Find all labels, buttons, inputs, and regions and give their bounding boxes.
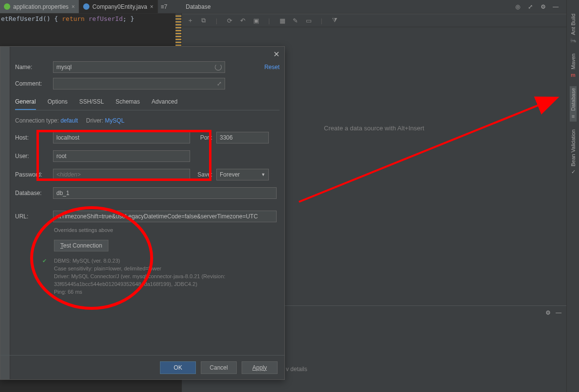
- password-input[interactable]: [53, 169, 190, 180]
- comment-label: Comment:: [15, 80, 49, 87]
- apply-button[interactable]: Apply: [242, 361, 278, 374]
- user-label: User:: [15, 153, 49, 160]
- code-text: etRefUserId(): [1, 15, 51, 22]
- sep: |: [265, 17, 273, 24]
- tab-options[interactable]: Options: [48, 98, 68, 110]
- status-line: 33f65445a1bcc544eb0120493526484da168f199…: [54, 281, 280, 288]
- edit-icon[interactable]: ✎: [292, 17, 299, 24]
- class-icon: [83, 3, 89, 10]
- name-label: Name:: [15, 64, 49, 71]
- url-input[interactable]: [53, 211, 277, 222]
- table-icon[interactable]: ▦: [279, 17, 286, 24]
- test-connection-label: est Connection: [63, 242, 102, 249]
- tab-company-entity[interactable]: Company0Entity.java ×: [79, 0, 158, 13]
- code-text: ;: [123, 15, 126, 22]
- tab-tool-menu[interactable]: ≡7: [158, 3, 171, 10]
- status-line: Driver: MySQL Connector/J (ver. mysql-co…: [54, 273, 280, 281]
- gear-icon[interactable]: ⚙: [539, 3, 547, 10]
- add-icon[interactable]: ＋: [187, 16, 194, 25]
- status-line: Ping: 66 ms: [54, 288, 280, 296]
- datasource-dialog: ✕ Name: mysql Reset Comment: ⤢ General O…: [0, 46, 285, 380]
- collapse-icon[interactable]: ⤢: [526, 3, 534, 10]
- password-label: Password:: [15, 171, 49, 178]
- code-text: {: [54, 15, 58, 22]
- success-icon: ✔: [42, 257, 47, 265]
- database-icon: ≡: [570, 113, 577, 120]
- connection-status: ✔ DBMS: MySQL (ver. 8.0.23) Case sensiti…: [54, 257, 280, 296]
- rail-label: Database: [570, 88, 576, 111]
- status-line: DBMS: MySQL (ver. 8.0.23): [54, 257, 280, 265]
- code-keyword: return: [62, 15, 85, 22]
- rail-ant-build[interactable]: 🐜 Ant Build: [570, 12, 577, 46]
- target-icon[interactable]: ◎: [514, 3, 522, 10]
- console-icon[interactable]: ▭: [305, 17, 312, 24]
- sep: |: [318, 17, 325, 24]
- rail-label: Maven: [570, 53, 576, 70]
- refresh-icon[interactable]: ⟳: [226, 17, 233, 24]
- name-input[interactable]: mysql: [53, 61, 225, 73]
- database-toolbar: ＋ ⧉ | ⟳ ↶ ▣ | ▦ ✎ ▭ | ⧩: [182, 14, 566, 27]
- tab-label: Company0Entity.java: [92, 3, 147, 10]
- database-label: Database:: [15, 190, 49, 196]
- maven-icon: m: [570, 71, 577, 78]
- database-input[interactable]: [53, 187, 277, 199]
- port-label: Port:: [194, 134, 212, 141]
- code-text: }: [130, 15, 134, 22]
- tool-window-label: Database: [186, 3, 211, 10]
- status-line: Case sensitivity: plain=lower, delimited…: [54, 265, 280, 273]
- minimize-icon[interactable]: —: [556, 309, 561, 316]
- close-icon[interactable]: ✕: [273, 50, 280, 59]
- rollback-icon[interactable]: ↶: [239, 17, 246, 24]
- leaf-icon: [4, 3, 10, 10]
- conn-type-label: Connection type:: [15, 117, 59, 124]
- dialog-tabs: General Options SSH/SSL Schemas Advanced: [15, 98, 280, 110]
- tab-general[interactable]: General: [15, 98, 36, 110]
- close-icon[interactable]: ×: [150, 3, 154, 10]
- tab-application-properties[interactable]: application.properties ×: [0, 0, 79, 13]
- rail-database[interactable]: ≡ Database: [570, 86, 577, 122]
- url-label: URL:: [15, 213, 49, 220]
- tab-label: application.properties: [13, 3, 69, 10]
- port-input[interactable]: [216, 132, 269, 143]
- rail-label: Bean Validation: [570, 129, 576, 166]
- user-input[interactable]: [53, 150, 190, 162]
- test-connection-button[interactable]: Test Connection: [54, 240, 108, 251]
- tool-window-title: Database: [182, 0, 211, 14]
- chevron-down-icon: ▼: [261, 172, 265, 177]
- expand-icon[interactable]: ⤢: [217, 80, 222, 87]
- name-value: mysql: [56, 64, 71, 71]
- right-tool-rail: 🐜 Ant Build m Maven ≡ Database ✓ Bean Va…: [566, 0, 579, 392]
- comment-input[interactable]: ⤢: [53, 78, 225, 89]
- duplicate-icon[interactable]: ⧉: [200, 17, 207, 24]
- save-label: Save:: [194, 171, 212, 178]
- details-toggle[interactable]: v details: [286, 366, 307, 373]
- save-select[interactable]: Forever ▼: [216, 169, 269, 180]
- sep: |: [213, 17, 220, 24]
- conn-type-link[interactable]: default: [60, 117, 78, 124]
- host-input[interactable]: [53, 132, 190, 143]
- rail-maven[interactable]: m Maven: [570, 52, 577, 80]
- filter-icon[interactable]: ⧩: [331, 17, 338, 24]
- overrides-hint: Overrides settings above: [54, 227, 280, 233]
- rail-label: Ant Build: [570, 14, 576, 35]
- dialog-footer: OK Cancel Apply: [0, 355, 284, 379]
- tab-schemas[interactable]: Schemas: [116, 98, 140, 110]
- save-value: Forever: [220, 171, 240, 178]
- connection-info: Connection type: default Driver: MySQL: [15, 117, 280, 124]
- driver-link[interactable]: MySQL: [105, 117, 124, 124]
- gear-icon[interactable]: ⚙: [545, 309, 551, 316]
- code-identifier: refUserId: [88, 15, 123, 22]
- progress-icon: [215, 64, 222, 71]
- host-label: Host:: [15, 134, 49, 141]
- tool-window-actions: ◎ ⤢ ⚙ —: [514, 0, 560, 14]
- reset-link[interactable]: Reset: [264, 64, 280, 71]
- stop-icon[interactable]: ▣: [252, 17, 260, 24]
- tab-advanced[interactable]: Advanced: [152, 98, 177, 110]
- cancel-button[interactable]: Cancel: [201, 361, 237, 374]
- ok-button[interactable]: OK: [160, 361, 196, 374]
- rail-bean-validation[interactable]: ✓ Bean Validation: [570, 127, 577, 177]
- tab-sshssl[interactable]: SSH/SSL: [79, 98, 104, 110]
- minimize-icon[interactable]: —: [552, 3, 560, 10]
- close-icon[interactable]: ×: [71, 3, 75, 10]
- editor-tabs: application.properties × Company0Entity.…: [0, 0, 579, 14]
